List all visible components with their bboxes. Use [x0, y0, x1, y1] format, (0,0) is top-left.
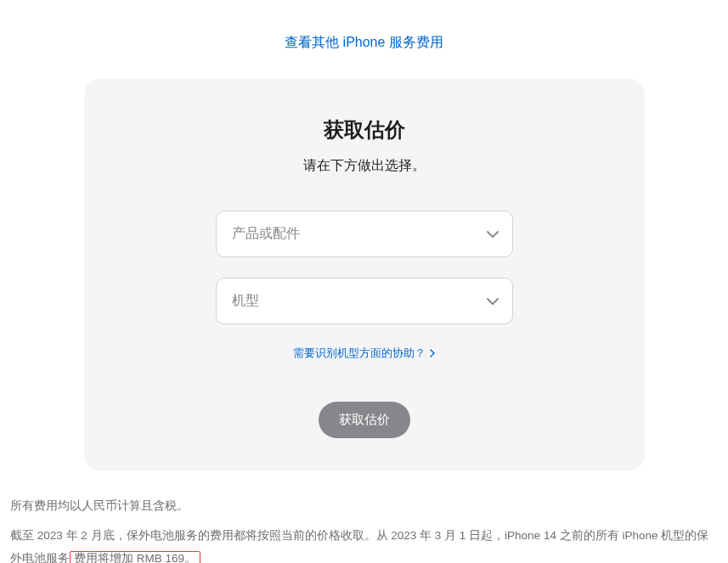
- chevron-down-icon: [487, 230, 499, 238]
- button-wrap: 获取估价: [118, 402, 611, 438]
- identify-model-help-link[interactable]: 需要识别机型方面的协助？: [293, 346, 435, 361]
- price-increase-highlight: 费用将增加 RMB 169。: [70, 551, 200, 563]
- help-link-text: 需要识别机型方面的协助？: [293, 346, 426, 361]
- help-link-wrap: 需要识别机型方面的协助？: [118, 345, 611, 361]
- product-select-placeholder: 产品或配件: [232, 225, 300, 243]
- price-change-note: 截至 2023 年 2 月底，保外电池服务的费用都将按照当前的价格收取。从 20…: [10, 524, 718, 563]
- chevron-right-icon: [430, 349, 435, 358]
- tax-note: 所有费用均以人民币计算且含税。: [10, 494, 718, 517]
- get-estimate-button[interactable]: 获取估价: [319, 402, 410, 438]
- product-select[interactable]: 产品或配件: [216, 211, 513, 257]
- estimate-card: 获取估价 请在下方做出选择。 产品或配件 机型 需要识别机型方面的协助？ 获取估…: [84, 79, 645, 470]
- card-subtitle: 请在下方做出选择。: [118, 157, 611, 175]
- model-select[interactable]: 机型: [216, 278, 513, 324]
- top-link-wrap: 查看其他 iPhone 服务费用: [10, 34, 718, 52]
- card-title: 获取估价: [118, 116, 611, 144]
- chevron-down-icon: [487, 297, 499, 305]
- model-select-placeholder: 机型: [232, 292, 259, 310]
- other-service-fees-link[interactable]: 查看其他 iPhone 服务费用: [285, 35, 443, 49]
